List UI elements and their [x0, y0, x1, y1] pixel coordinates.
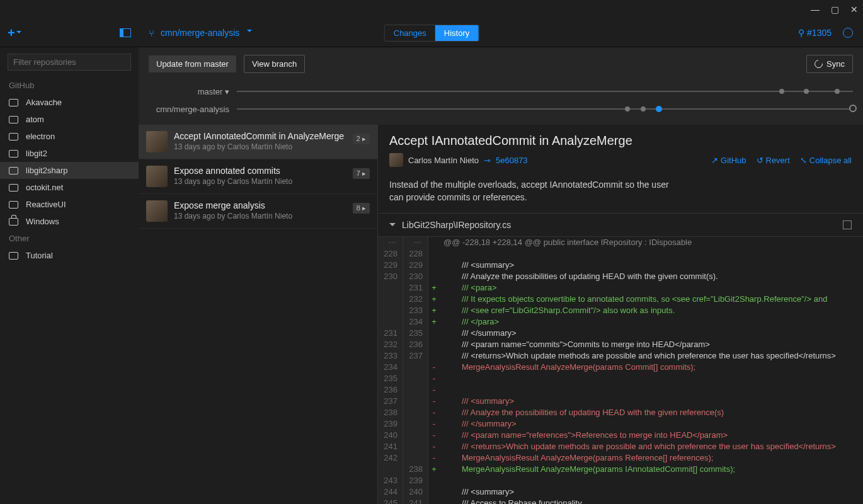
repo-name: libgit2 [26, 149, 47, 158]
sidebar-repo[interactable]: Windows [0, 213, 139, 230]
repo-name: Tutorial [26, 251, 53, 260]
sidebar-toggle-icon[interactable] [120, 28, 131, 37]
lock-icon [9, 218, 18, 226]
tab-history[interactable]: History [435, 25, 478, 41]
sidebar-repo[interactable]: atom [0, 111, 139, 128]
sidebar-repo[interactable]: Akavache [0, 94, 139, 111]
gear-icon[interactable] [843, 28, 853, 38]
window-controls: — ▢ ✕ [0, 0, 863, 19]
repo-name: Windows [26, 217, 59, 226]
diff-line: 240- /// <param name="references">Refere… [378, 430, 863, 441]
commit-list: Accept IAnnotatedCommit in AnalyzeMerge1… [139, 125, 378, 504]
file-count-badge: 2 ▸ [353, 134, 370, 144]
diff-line: 235- [378, 373, 863, 384]
graph-line-master[interactable] [237, 91, 853, 92]
open-github-link[interactable]: ↗ GitHub [711, 156, 746, 165]
chevron-down-icon [389, 223, 396, 229]
diff-line: 233237 /// <returns>Which update methods… [378, 350, 863, 362]
chevron-down-icon [247, 30, 252, 35]
update-from-master-button[interactable]: Update from master [149, 55, 236, 72]
minimize-button[interactable]: — [811, 4, 820, 14]
diff-line: 244240 /// <summary> [378, 486, 863, 498]
diff-view: ⋯⋯@@ -228,18 +228,14 @@ public interface… [378, 237, 863, 504]
commit-detail: Accept IAnnotatedCommit in AnalyzeMerge … [378, 125, 863, 504]
diff-line: 231235 /// </summary> [378, 328, 863, 339]
topbar: + ⑂ cmn/merge-analysis Changes History ⚲… [0, 19, 863, 47]
repo-icon [9, 167, 18, 175]
sync-icon [813, 58, 824, 69]
sidebar-repo[interactable]: octokit.net [0, 179, 139, 196]
sidebar-repo[interactable]: libgit2 [0, 145, 139, 162]
maximize-button[interactable]: ▢ [831, 4, 839, 14]
diff-line: 238+ MergeAnalysisResult AnalyzeMerge(pa… [378, 464, 863, 475]
filter-repos-input[interactable] [8, 54, 131, 71]
commit-row-title: Expose annotated commits [174, 166, 346, 176]
diff-line: 239- /// </summary> [378, 418, 863, 430]
sidebar-repo[interactable]: Tutorial [0, 247, 139, 264]
repo-name: electron [26, 132, 55, 141]
repo-icon [9, 184, 18, 192]
sidebar-repo[interactable]: ReactiveUI [0, 196, 139, 213]
diff-line: 230230 /// Analyze the possibilities of … [378, 271, 863, 282]
repo-icon [9, 150, 18, 158]
repo-name: ReactiveUI [26, 200, 66, 209]
diff-line: 243239 [378, 475, 863, 486]
graph-master-label[interactable]: master ▾ [149, 87, 237, 96]
avatar [389, 153, 403, 167]
commit-title: Accept IAnnotatedCommit in AnalyzeMerge [389, 134, 852, 148]
commit-row-meta: 13 days ago by Carlos Martín Nieto [174, 212, 346, 220]
commit-row-title: Expose merge analysis [174, 200, 346, 210]
commit-row[interactable]: Expose merge analysis13 days ago by Carl… [139, 194, 377, 229]
branch-selector[interactable]: ⑂ cmn/merge-analysis [139, 28, 252, 38]
diff-line: 242- MergeAnalysisResult AnalyzeMerge(pa… [378, 452, 863, 464]
repo-name: atom [26, 115, 44, 124]
diff-line: 231+ /// <para> [378, 282, 863, 294]
graph-branch-label: cmn/merge-analysis [149, 105, 237, 114]
group-label: Other [0, 230, 139, 247]
branch-name: cmn/merge-analysis [161, 28, 239, 38]
commit-icon: ⊸ [484, 156, 491, 165]
revert-button[interactable]: ↺ Revert [757, 156, 790, 165]
repo-icon [9, 99, 18, 106]
close-button[interactable]: ✕ [850, 4, 858, 14]
commit-sha[interactable]: 5e60873 [496, 156, 528, 165]
diff-line: 237- /// <summary> [378, 396, 863, 407]
commit-row-title: Accept IAnnotatedCommit in AnalyzeMerge [174, 131, 346, 141]
repo-icon [9, 201, 18, 209]
collapse-all-button[interactable]: ⤡ Collapse all [800, 156, 852, 165]
avatar [146, 166, 168, 187]
diff-line: 234- MergeAnalysisResult AnalyzeMerge(pa… [378, 362, 863, 373]
commit-row-meta: 13 days ago by Carlos Martín Nieto [174, 142, 346, 151]
repo-name: Akavache [26, 98, 62, 107]
commit-description: Instead of the multiple overloads, accep… [378, 173, 863, 213]
commit-row[interactable]: Expose annotated commits13 days ago by C… [139, 159, 377, 194]
add-menu-button[interactable]: + [8, 26, 21, 40]
view-branch-button[interactable]: View branch [244, 55, 305, 73]
content: Update from master View branch Sync mast… [139, 47, 863, 504]
diff-line: 229229 /// <summary> [378, 260, 863, 271]
diff-line: 233+ /// <see cref="LibGit2Sharp.Commit"… [378, 305, 863, 316]
diff-line: 228228 [378, 248, 863, 260]
repo-name: octokit.net [26, 183, 63, 192]
avatar [146, 131, 168, 152]
commit-row[interactable]: Accept IAnnotatedCommit in AnalyzeMerge1… [139, 125, 377, 159]
diff-line: 238- /// Analyze the possibilities of up… [378, 407, 863, 418]
pull-request-link[interactable]: ⚲ #1305 [798, 28, 832, 38]
avatar [146, 200, 168, 222]
diff-line: 234+ /// </para> [378, 316, 863, 328]
diff-line: 245241 /// Access to Rebase functionalit… [378, 498, 863, 504]
file-header[interactable]: LibGit2Sharp\IRepository.cs [378, 213, 863, 237]
sync-button[interactable]: Sync [806, 55, 853, 73]
diff-line: 241- /// <returns>Which update methods a… [378, 441, 863, 452]
tab-changes[interactable]: Changes [385, 25, 435, 41]
file-count-badge: 8 ▸ [353, 203, 370, 214]
diff-line: 232236 /// <param name="commits">Commits… [378, 339, 863, 350]
expand-icon[interactable] [843, 220, 852, 229]
file-path: LibGit2Sharp\IRepository.cs [402, 220, 511, 230]
sidebar-repo[interactable]: electron [0, 128, 139, 145]
sidebar-repo[interactable]: libgit2sharp [0, 162, 139, 179]
sidebar: GitHubAkavacheatomelectronlibgit2libgit2… [0, 47, 139, 504]
repo-name: libgit2sharp [26, 166, 68, 175]
graph-line-branch[interactable] [237, 108, 853, 110]
branch-icon: ⑂ [149, 28, 154, 38]
